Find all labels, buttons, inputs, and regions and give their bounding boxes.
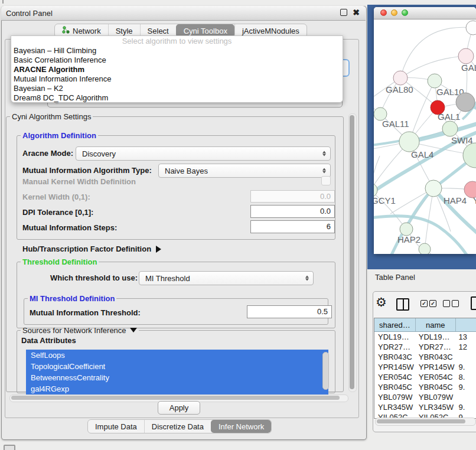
- network-window-titlebar[interactable]: [374, 7, 476, 19]
- bottom-tab-label: Discretize Data: [152, 422, 204, 431]
- minimize-traffic-light[interactable]: [391, 9, 397, 16]
- aracne-mode-label: Aracne Mode:: [22, 149, 73, 158]
- table-row[interactable]: YER054CYER054C8.: [374, 372, 476, 382]
- table-cell: YDL19…: [374, 332, 415, 342]
- checked-box-icon: ✓: [420, 300, 428, 307]
- table-cell: YDL19…: [415, 332, 455, 342]
- table-row[interactable]: YBL079WYBL079W: [374, 392, 476, 402]
- control-panel-titlebar[interactable]: Control Panel ✖: [1, 6, 366, 21]
- scrollbar-thumb[interactable]: [350, 115, 354, 389]
- top-edge-tick: [2, 0, 4, 4]
- node-label: GAL80: [386, 84, 413, 94]
- aracne-mode-select[interactable]: Discovery: [76, 146, 331, 161]
- network-edge-thick[interactable]: [374, 141, 401, 146]
- attribute-item[interactable]: gal4RGexp: [26, 383, 328, 394]
- attribute-item[interactable]: TopologicalCoefficient: [26, 361, 328, 372]
- screenshot-root: Control Panel ✖ NetworkStyleSelectCyni T…: [0, 0, 476, 450]
- bottom-tab-infer-network[interactable]: Infer Network: [211, 420, 271, 433]
- table-row[interactable]: YPR145WYPR145W9.: [374, 362, 476, 372]
- network-canvas[interactable]: GALGAL80GAL10GAL1GAL11SWI4GAL4GCY1HAP4YH…: [374, 19, 476, 254]
- mi-type-select[interactable]: Naive Bayes: [158, 164, 331, 178]
- network-graph[interactable]: GALGAL80GAL10GAL1GAL11SWI4GAL4GCY1HAP4YH…: [374, 19, 476, 254]
- network-icon: [62, 26, 70, 35]
- select-all-checkboxes-icon[interactable]: ✓ ✓: [420, 300, 436, 307]
- mi-steps-label: Mutual Information Steps:: [22, 223, 117, 232]
- tab-label: Network: [73, 27, 101, 35]
- data-attributes-label: Data Attributes: [21, 336, 76, 345]
- which-threshold-value: MI Threshold: [145, 274, 190, 283]
- algorithm-option[interactable]: Bayesian – Hill Climbing: [11, 46, 343, 56]
- table-row[interactable]: YBR045CYBR045C9.: [374, 382, 476, 392]
- scrollbar-thumb[interactable]: [11, 396, 340, 400]
- unchecked-box-icon: [443, 300, 450, 307]
- column-header[interactable]: name: [415, 318, 455, 331]
- split-columns-icon[interactable]: [396, 298, 409, 311]
- algorithm-option[interactable]: ARACNE Algorithm: [11, 65, 343, 74]
- network-node-gal10[interactable]: [428, 74, 442, 88]
- kernel-width-field[interactable]: 0.0: [250, 190, 335, 203]
- data-attributes-list[interactable]: SelfLoopsTopologicalCoefficientBetweenne…: [26, 350, 328, 394]
- table-row[interactable]: YLR345WYLR345W9.: [374, 402, 476, 412]
- node-label: HAP4: [444, 195, 467, 206]
- network-node[interactable]: [456, 93, 475, 112]
- close-traffic-light[interactable]: [380, 9, 387, 16]
- manual-kernel-checkbox[interactable]: [321, 176, 331, 185]
- network-node-gal[interactable]: [458, 48, 474, 64]
- close-icon[interactable]: ✖: [353, 8, 360, 17]
- tab-label: Style: [116, 27, 133, 35]
- hub-definition-label: Hub/Transcription Factor Definition: [22, 244, 151, 253]
- attribute-item[interactable]: BetweennessCentrality: [26, 372, 328, 383]
- algorithm-option[interactable]: Basic Correlation Inference: [11, 56, 343, 65]
- table-cell: 8.: [455, 372, 476, 382]
- table-row[interactable]: YBR043CYBR043C: [374, 352, 476, 362]
- table-cell: YER054C: [374, 372, 415, 382]
- table-cell: 9.: [455, 362, 476, 372]
- network-node[interactable]: [419, 243, 431, 254]
- table-cell: YLR345W: [374, 402, 415, 412]
- mi-type-label: Mutual Information Algorithm Type:: [22, 166, 152, 175]
- attribute-item[interactable]: SelfLoops: [26, 350, 328, 361]
- sources-title[interactable]: Sources for Network Inference: [21, 326, 139, 335]
- mi-steps-field[interactable]: 6: [250, 220, 335, 233]
- network-node-hap2[interactable]: [400, 223, 413, 236]
- apply-button[interactable]: Apply: [158, 401, 200, 415]
- bottom-tab-impute-data[interactable]: Impute Data: [88, 420, 144, 433]
- bottom-tab-discretize-data[interactable]: Discretize Data: [144, 420, 211, 433]
- settings-group-title: Cyni Algorithm Settings: [10, 112, 93, 121]
- algorithm-option[interactable]: Dream8 DC_TDC Algorithm: [11, 93, 343, 103]
- table-row[interactable]: YDL19…YDL19…13: [374, 332, 476, 342]
- attributes-list-scrollbar[interactable]: [322, 352, 329, 390]
- column-header[interactable]: [455, 318, 476, 331]
- bottom-tabstrip: Impute DataDiscretize DataInfer Network: [87, 419, 272, 433]
- hub-definition-toggle[interactable]: Hub/Transcription Factor Definition: [22, 244, 161, 253]
- stepper-arrows-icon: [305, 276, 309, 281]
- network-node-gal4[interactable]: [399, 132, 419, 152]
- gear-icon[interactable]: ⚙: [376, 295, 387, 309]
- table-row[interactable]: YDR27…YDR27…12: [374, 342, 476, 352]
- network-node-hap4[interactable]: [425, 180, 442, 197]
- table-header-row: shared…name: [374, 318, 476, 332]
- column-header[interactable]: shared…: [374, 318, 415, 331]
- new-table-icon[interactable]: [471, 296, 476, 310]
- network-node-swi4[interactable]: [442, 121, 458, 136]
- table-cell: YLR345W: [415, 402, 455, 412]
- deselect-all-checkboxes-icon[interactable]: [443, 300, 459, 307]
- zoom-traffic-light[interactable]: [402, 9, 408, 16]
- which-threshold-select[interactable]: MI Threshold: [139, 271, 314, 285]
- algorithm-option[interactable]: Bayesian – K2: [11, 84, 343, 93]
- collapsed-panel-icon[interactable]: [4, 445, 15, 450]
- mi-threshold-field[interactable]: 0.5: [247, 305, 332, 318]
- network-node-gal80[interactable]: [393, 71, 407, 85]
- network-node[interactable]: [466, 21, 476, 35]
- scrollbar-thumb[interactable]: [377, 419, 465, 423]
- settings-vertical-scrollbar[interactable]: [348, 113, 357, 392]
- table-cell: YDR27…: [374, 342, 415, 352]
- mi-type-value: Naive Bayes: [165, 167, 208, 175]
- float-window-icon[interactable]: [340, 9, 347, 16]
- tab-label: jActiveMNodules: [242, 27, 299, 35]
- dpi-tolerance-field[interactable]: 0.0: [250, 205, 335, 218]
- node-attribute-table[interactable]: shared…nameYDL19…YDL19…13YDR27…YDR27…12Y…: [374, 318, 476, 419]
- table-cell: [455, 392, 476, 402]
- table-horizontal-scrollbar[interactable]: [375, 418, 476, 426]
- algorithm-option[interactable]: Mutual Information Inference: [11, 74, 343, 84]
